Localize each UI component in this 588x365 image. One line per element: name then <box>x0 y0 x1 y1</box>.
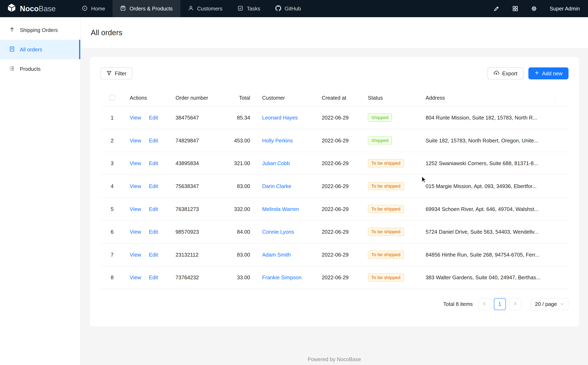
tasks-icon <box>238 5 243 12</box>
nav-item-orders-products[interactable]: Orders & Products <box>113 0 180 17</box>
edit-link[interactable]: Edit <box>149 274 158 281</box>
filter-button-label: Filter <box>115 70 126 76</box>
view-link[interactable]: View <box>130 183 141 189</box>
plus-icon <box>534 70 539 76</box>
nav-item-customers[interactable]: Customers <box>180 0 230 17</box>
actions-cell: ViewEdit <box>124 206 169 212</box>
brand-base: Base <box>39 4 56 13</box>
add-new-button-label: Add new <box>542 70 563 76</box>
brand[interactable]: NocoBase <box>0 0 74 17</box>
sidebar-item-products[interactable]: Products <box>0 59 80 78</box>
edit-link[interactable]: Edit <box>149 229 158 235</box>
customer-link[interactable]: Frankie Simpson <box>262 274 301 281</box>
address-cell: 84856 Hirthe Run, Suite 268, 94754-6705,… <box>420 252 555 258</box>
table-row: 5 ViewEdit 76381273 332.00 Melinda Warre… <box>101 198 568 221</box>
nav-item-label: Orders & Products <box>130 6 173 11</box>
app: NocoBase Home Orders & Pro <box>0 0 588 365</box>
page-size-select[interactable]: 20 / page <box>530 298 568 310</box>
order-number-cell: 76381273 <box>169 206 228 212</box>
total-cell: 453.00 <box>228 138 256 143</box>
column-header-order-number: Order number <box>169 89 228 106</box>
column-header-address: Address <box>420 89 555 106</box>
view-link[interactable]: View <box>130 138 141 143</box>
customer-link[interactable]: Adam Smith <box>262 252 291 258</box>
order-number-cell: 38475647 <box>169 115 228 120</box>
view-link[interactable]: View <box>130 115 141 120</box>
add-new-button[interactable]: Add new <box>528 67 568 79</box>
edit-link[interactable]: Edit <box>149 252 158 258</box>
table-row: 7 ViewEdit 23132112 83.00 Adam Smith 202… <box>101 244 568 266</box>
customer-link[interactable]: Melinda Warren <box>262 206 299 212</box>
actions-cell: ViewEdit <box>124 115 169 120</box>
pagination-prev-button[interactable] <box>478 298 490 310</box>
total-cell: 332.00 <box>228 206 256 212</box>
main-nav: Home Orders & Products Customers <box>74 0 308 17</box>
view-link[interactable]: View <box>130 274 141 281</box>
edit-link[interactable]: Edit <box>149 115 158 120</box>
plugins-grid-icon[interactable] <box>512 6 518 11</box>
nav-item-home[interactable]: Home <box>74 0 112 17</box>
nav-item-github[interactable]: GitHub <box>268 0 309 17</box>
orders-card: Filter Export <box>90 57 579 327</box>
view-link[interactable]: View <box>130 206 141 212</box>
status-cell: To be shipped <box>362 273 420 281</box>
page-title: All orders <box>91 28 123 37</box>
main-area: All orders Filter <box>81 17 588 365</box>
customer-link[interactable]: Julian Cobb <box>262 160 290 166</box>
created-at-cell: 2022-06-29 <box>316 206 362 212</box>
status-cell: Shipped <box>362 113 420 122</box>
sidebar-item-shipping-orders[interactable]: Shipping Orders <box>0 20 80 40</box>
order-number-cell: 75638347 <box>169 183 228 189</box>
actions-cell: ViewEdit <box>124 229 169 235</box>
status-cell: To be shipped <box>362 159 420 167</box>
sidebar-item-label: Products <box>20 66 41 72</box>
nav-item-label: Tasks <box>247 6 260 11</box>
home-icon <box>82 5 88 12</box>
filter-button[interactable]: Filter <box>101 67 132 79</box>
actions-cell: ViewEdit <box>124 274 169 281</box>
sidebar-item-all-orders[interactable]: All orders <box>0 40 80 59</box>
nav-item-tasks[interactable]: Tasks <box>230 0 268 17</box>
customer-cell: Julian Cobb <box>256 160 316 166</box>
edit-link[interactable]: Edit <box>149 183 158 189</box>
edit-link[interactable]: Edit <box>149 160 158 166</box>
pagination-page-1[interactable]: 1 <box>494 298 506 310</box>
address-cell: Suite 182, 15783, North Robert, Oregon, … <box>420 138 555 143</box>
total-cell: 83.00 <box>228 252 256 258</box>
edit-link[interactable]: Edit <box>149 206 158 212</box>
highlighter-icon[interactable] <box>493 6 499 11</box>
export-cloud-icon <box>494 70 499 77</box>
nav-item-label: Customers <box>197 6 223 11</box>
customer-link[interactable]: Leonard Hayes <box>262 115 298 120</box>
user-menu[interactable]: Super Admin <box>550 6 580 11</box>
status-cell: To be shipped <box>362 205 420 213</box>
view-link[interactable]: View <box>130 229 141 235</box>
customer-link[interactable]: Connie Lyons <box>262 229 294 235</box>
page-size-value: 20 / page <box>535 301 557 307</box>
pagination-next-button[interactable] <box>509 298 521 310</box>
action-divider <box>145 161 145 166</box>
customer-cell: Holly Perkins <box>256 138 316 143</box>
status-badge: To be shipped <box>368 228 404 236</box>
total-cell: 84.00 <box>228 229 256 235</box>
total-cell: 83.00 <box>228 183 256 189</box>
customers-icon <box>188 5 194 12</box>
settings-gear-icon[interactable] <box>531 6 537 11</box>
actions-cell: ViewEdit <box>124 252 169 258</box>
address-cell: 015 Margie Mission, Apt. 093, 34936, Ebe… <box>420 183 555 189</box>
view-link[interactable]: View <box>130 160 141 166</box>
filter-icon <box>107 70 112 77</box>
chevron-left-icon <box>482 301 486 307</box>
total-cell: 85.34 <box>228 115 256 120</box>
customer-link[interactable]: Darin Clarke <box>262 183 291 189</box>
view-link[interactable]: View <box>130 252 141 258</box>
export-button[interactable]: Export <box>488 67 523 79</box>
status-badge: To be shipped <box>368 251 404 259</box>
edit-link[interactable]: Edit <box>149 138 158 143</box>
select-all-checkbox[interactable] <box>109 95 115 100</box>
chevron-down-icon <box>560 301 564 307</box>
customer-link[interactable]: Holly Perkins <box>262 138 293 143</box>
created-at-cell: 2022-06-29 <box>316 160 362 166</box>
list-icon <box>9 65 15 72</box>
status-badge: To be shipped <box>368 273 404 281</box>
